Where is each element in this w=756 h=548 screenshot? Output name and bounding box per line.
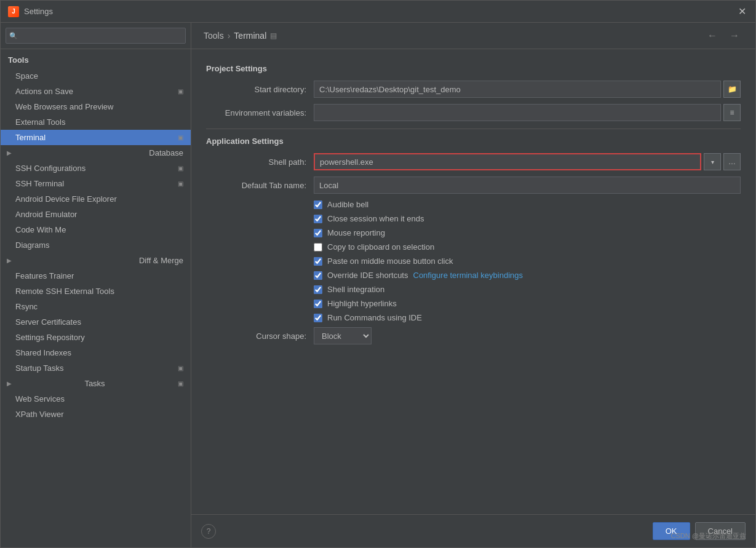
- app-settings-title: Application Settings: [206, 137, 741, 146]
- override-ide-checkbox[interactable]: [314, 271, 322, 280]
- shell-path-row: Shell path: ▾ …: [206, 153, 741, 170]
- start-dir-control: 📁: [314, 81, 741, 98]
- cursor-shape-control: Block Underline Vertical: [314, 327, 741, 344]
- start-dir-label: Start directory:: [206, 85, 314, 94]
- nav-section-tools[interactable]: Tools: [1, 52, 191, 68]
- mouse-reporting-label[interactable]: Mouse reporting: [327, 228, 385, 237]
- override-ide-label[interactable]: Override IDE shortcuts Configure termina…: [327, 271, 523, 280]
- sidebar-item-settings-repository[interactable]: Settings Repository: [1, 330, 191, 345]
- env-vars-control: ≡: [314, 104, 741, 121]
- sidebar: 🔍 Tools Space Actions on Save▣ Web Brows…: [1, 23, 191, 547]
- search-input[interactable]: [6, 28, 186, 44]
- tasks-icon: ▣: [178, 380, 183, 387]
- default-tab-input[interactable]: [314, 177, 741, 194]
- breadcrumb-bar: Tools › Terminal ▤ ← →: [191, 23, 755, 49]
- breadcrumb-root[interactable]: Tools: [204, 31, 224, 41]
- dialog-body: 🔍 Tools Space Actions on Save▣ Web Brows…: [1, 23, 755, 547]
- main-content: Tools › Terminal ▤ ← → Project Settings …: [191, 23, 755, 547]
- cursor-shape-label: Cursor shape:: [206, 332, 314, 341]
- sidebar-item-remote-ssh[interactable]: Remote SSH External Tools: [1, 284, 191, 299]
- sidebar-item-web-browsers[interactable]: Web Browsers and Preview: [1, 99, 191, 114]
- title-bar-left: J Settings: [8, 6, 53, 17]
- sidebar-item-space[interactable]: Space: [1, 68, 191, 84]
- sidebar-item-server-certificates[interactable]: Server Certificates: [1, 314, 191, 330]
- sidebar-item-android-device[interactable]: Android Device File Explorer: [1, 191, 191, 207]
- run-commands-label[interactable]: Run Commands using IDE: [327, 313, 422, 322]
- env-vars-edit-btn[interactable]: ≡: [723, 104, 741, 121]
- env-vars-label: Environment variables:: [206, 108, 314, 117]
- copy-clipboard-checkbox[interactable]: [314, 243, 322, 252]
- sidebar-item-ssh-configurations[interactable]: SSH Configurations▣: [1, 161, 191, 176]
- sidebar-item-actions-on-save[interactable]: Actions on Save▣: [1, 84, 191, 99]
- sidebar-item-android-emulator[interactable]: Android Emulator: [1, 207, 191, 222]
- section-divider: [206, 129, 741, 129]
- shell-integration-label[interactable]: Shell integration: [327, 285, 384, 294]
- checkbox-audible-bell: Audible bell: [206, 200, 741, 209]
- checkbox-run-commands: Run Commands using IDE: [206, 313, 741, 322]
- paste-middle-checkbox[interactable]: [314, 257, 322, 266]
- copy-clipboard-label[interactable]: Copy to clipboard on selection: [327, 242, 434, 252]
- configure-keybindings-link[interactable]: Configure terminal keybindings: [413, 271, 523, 280]
- sidebar-item-startup-tasks[interactable]: Startup Tasks▣: [1, 360, 191, 376]
- checkbox-paste-middle: Paste on middle mouse button click: [206, 256, 741, 266]
- breadcrumb: Tools › Terminal ▤: [204, 31, 277, 41]
- settings-content: Project Settings Start directory: 📁 Envi…: [191, 49, 755, 514]
- shell-path-input[interactable]: [314, 153, 701, 170]
- sidebar-item-rsync[interactable]: Rsync: [1, 299, 191, 314]
- highlight-hyperlinks-label[interactable]: Highlight hyperlinks: [327, 299, 397, 308]
- forward-arrow[interactable]: →: [726, 29, 743, 42]
- footer-buttons: OK Cancel: [653, 522, 746, 540]
- run-commands-checkbox[interactable]: [314, 314, 322, 322]
- sidebar-item-code-with-me[interactable]: Code With Me: [1, 222, 191, 237]
- checkbox-close-session: Close session when it ends: [206, 214, 741, 223]
- terminal-icon: ▣: [178, 134, 183, 141]
- dialog-footer: ? OK Cancel: [191, 514, 755, 547]
- mouse-reporting-checkbox[interactable]: [314, 229, 322, 237]
- close-session-label[interactable]: Close session when it ends: [327, 214, 424, 223]
- sidebar-item-diff-merge[interactable]: ▶Diff & Merge: [1, 253, 191, 268]
- default-tab-control: [314, 177, 741, 194]
- sidebar-item-shared-indexes[interactable]: Shared Indexes: [1, 345, 191, 360]
- sidebar-item-xpath-viewer[interactable]: XPath Viewer: [1, 407, 191, 422]
- default-tab-row: Default Tab name:: [206, 177, 741, 194]
- database-chevron: ▶: [7, 149, 12, 156]
- sidebar-item-terminal[interactable]: Terminal▣: [1, 130, 191, 145]
- nav-tree: Tools Space Actions on Save▣ Web Browser…: [1, 49, 191, 547]
- breadcrumb-separator: ›: [228, 31, 231, 41]
- paste-middle-label[interactable]: Paste on middle mouse button click: [327, 256, 453, 266]
- cursor-shape-select[interactable]: Block Underline Vertical: [314, 327, 372, 344]
- default-tab-label: Default Tab name:: [206, 181, 314, 190]
- sidebar-item-ssh-terminal[interactable]: SSH Terminal▣: [1, 176, 191, 191]
- nav-arrows: ← →: [704, 29, 743, 42]
- cursor-shape-row: Cursor shape: Block Underline Vertical: [206, 327, 741, 344]
- shell-path-control: ▾ …: [314, 153, 741, 170]
- shell-path-extra-btn[interactable]: …: [723, 153, 741, 170]
- ok-button[interactable]: OK: [653, 522, 690, 540]
- help-button[interactable]: ?: [201, 524, 216, 539]
- search-icon: 🔍: [9, 32, 18, 40]
- close-session-checkbox[interactable]: [314, 215, 322, 223]
- shell-path-dropdown-btn[interactable]: ▾: [704, 153, 721, 170]
- sidebar-item-diagrams[interactable]: Diagrams: [1, 237, 191, 253]
- project-settings-title: Project Settings: [206, 64, 741, 73]
- breadcrumb-page-icon: ▤: [270, 31, 277, 40]
- sidebar-item-tasks[interactable]: ▶Tasks▣: [1, 376, 191, 391]
- sidebar-item-web-services[interactable]: Web Services: [1, 391, 191, 407]
- shell-integration-checkbox[interactable]: [314, 285, 322, 294]
- cancel-button[interactable]: Cancel: [695, 522, 746, 540]
- actions-save-icon: ▣: [178, 88, 183, 95]
- sidebar-item-external-tools[interactable]: External Tools: [1, 114, 191, 130]
- back-arrow[interactable]: ←: [704, 29, 721, 42]
- start-dir-input[interactable]: [314, 81, 721, 98]
- highlight-hyperlinks-checkbox[interactable]: [314, 300, 322, 308]
- audible-bell-label[interactable]: Audible bell: [327, 200, 368, 209]
- env-vars-input[interactable]: [314, 104, 721, 121]
- diff-chevron: ▶: [7, 257, 12, 264]
- sidebar-item-features-trainer[interactable]: Features Trainer: [1, 268, 191, 284]
- start-dir-browse-btn[interactable]: 📁: [723, 81, 741, 98]
- sidebar-item-database[interactable]: ▶Database: [1, 145, 191, 161]
- audible-bell-checkbox[interactable]: [314, 201, 322, 209]
- env-vars-row: Environment variables: ≡: [206, 104, 741, 121]
- checkbox-mouse-reporting: Mouse reporting: [206, 228, 741, 237]
- close-button[interactable]: ✕: [736, 6, 748, 18]
